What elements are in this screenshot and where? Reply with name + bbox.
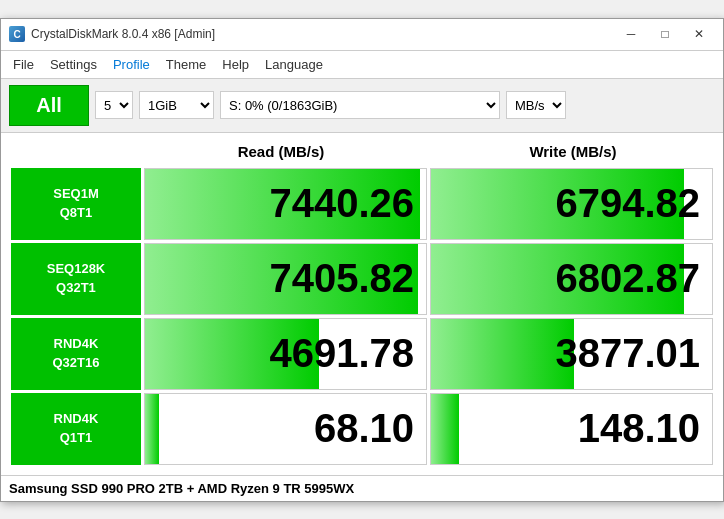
menu-profile[interactable]: Profile <box>105 54 158 75</box>
data-grid: SEQ1MQ8T1 7440.26 6794.82 SEQ128KQ32T1 <box>5 166 719 471</box>
table-header: Read (MB/s) Write (MB/s) <box>5 137 719 166</box>
row-label-seq128k-q32t1: SEQ128KQ32T1 <box>11 243 141 315</box>
size-select[interactable]: 1GiB 512MiB 2GiB <box>139 91 214 119</box>
table-row: RND4KQ32T16 4691.78 3877.01 <box>11 318 713 390</box>
read-value-seq1m-q8t1: 7440.26 <box>269 181 414 226</box>
write-cell-seq128k-q32t1: 6802.87 <box>430 243 713 315</box>
window-title: CrystalDiskMark 8.0.4 x86 [Admin] <box>31 27 215 41</box>
main-window: C CrystalDiskMark 8.0.4 x86 [Admin] ─ □ … <box>0 18 724 502</box>
all-button[interactable]: All <box>9 85 89 126</box>
row-label-seq1m-q8t1: SEQ1MQ8T1 <box>11 168 141 240</box>
menu-language[interactable]: Language <box>257 54 331 75</box>
menu-theme[interactable]: Theme <box>158 54 214 75</box>
write-value-seq1m-q8t1: 6794.82 <box>555 181 700 226</box>
main-content: Read (MB/s) Write (MB/s) SEQ1MQ8T1 7440.… <box>1 133 723 475</box>
write-cell-seq1m-q8t1: 6794.82 <box>430 168 713 240</box>
write-cell-rnd4k-q32t16: 3877.01 <box>430 318 713 390</box>
title-bar-left: C CrystalDiskMark 8.0.4 x86 [Admin] <box>9 26 215 42</box>
minimize-button[interactable]: ─ <box>615 23 647 45</box>
maximize-button[interactable]: □ <box>649 23 681 45</box>
status-bar: Samsung SSD 990 PRO 2TB + AMD Ryzen 9 TR… <box>1 475 723 501</box>
menu-bar: File Settings Profile Theme Help Languag… <box>1 51 723 79</box>
table-row: SEQ1MQ8T1 7440.26 6794.82 <box>11 168 713 240</box>
menu-file[interactable]: File <box>5 54 42 75</box>
read-cell-rnd4k-q32t16: 4691.78 <box>144 318 427 390</box>
row-label-rnd4k-q1t1: RND4KQ1T1 <box>11 393 141 465</box>
write-value-rnd4k-q1t1: 148.10 <box>578 406 700 451</box>
read-value-rnd4k-q32t16: 4691.78 <box>269 331 414 376</box>
close-button[interactable]: ✕ <box>683 23 715 45</box>
title-bar: C CrystalDiskMark 8.0.4 x86 [Admin] ─ □ … <box>1 19 723 51</box>
write-value-seq128k-q32t1: 6802.87 <box>555 256 700 301</box>
table-row: RND4KQ1T1 68.10 148.10 <box>11 393 713 465</box>
label-column-header <box>5 137 135 166</box>
read-cell-seq1m-q8t1: 7440.26 <box>144 168 427 240</box>
unit-select[interactable]: MB/s GB/s <box>506 91 566 119</box>
toolbar: All 5 1 3 9 1GiB 512MiB 2GiB S: 0% (0/18… <box>1 79 723 133</box>
menu-settings[interactable]: Settings <box>42 54 105 75</box>
status-text: Samsung SSD 990 PRO 2TB + AMD Ryzen 9 TR… <box>9 481 354 496</box>
runs-select[interactable]: 5 1 3 9 <box>95 91 133 119</box>
write-bar-rnd4k-q32t16 <box>431 319 574 389</box>
row-label-rnd4k-q32t16: RND4KQ32T16 <box>11 318 141 390</box>
write-column-header: Write (MB/s) <box>427 137 719 166</box>
read-bar-rnd4k-q1t1 <box>145 394 159 464</box>
table-row: SEQ128KQ32T1 7405.82 6802.87 <box>11 243 713 315</box>
benchmark-rows: SEQ1MQ8T1 7440.26 6794.82 SEQ128KQ32T1 <box>11 168 713 465</box>
write-cell-rnd4k-q1t1: 148.10 <box>430 393 713 465</box>
read-cell-seq128k-q32t1: 7405.82 <box>144 243 427 315</box>
write-value-rnd4k-q32t16: 3877.01 <box>555 331 700 376</box>
menu-help[interactable]: Help <box>214 54 257 75</box>
read-column-header: Read (MB/s) <box>135 137 427 166</box>
window-controls: ─ □ ✕ <box>615 23 715 45</box>
write-bar-rnd4k-q1t1 <box>431 394 459 464</box>
read-value-seq128k-q32t1: 7405.82 <box>269 256 414 301</box>
drive-select[interactable]: S: 0% (0/1863GiB) <box>220 91 500 119</box>
read-cell-rnd4k-q1t1: 68.10 <box>144 393 427 465</box>
read-value-rnd4k-q1t1: 68.10 <box>314 406 414 451</box>
app-icon: C <box>9 26 25 42</box>
